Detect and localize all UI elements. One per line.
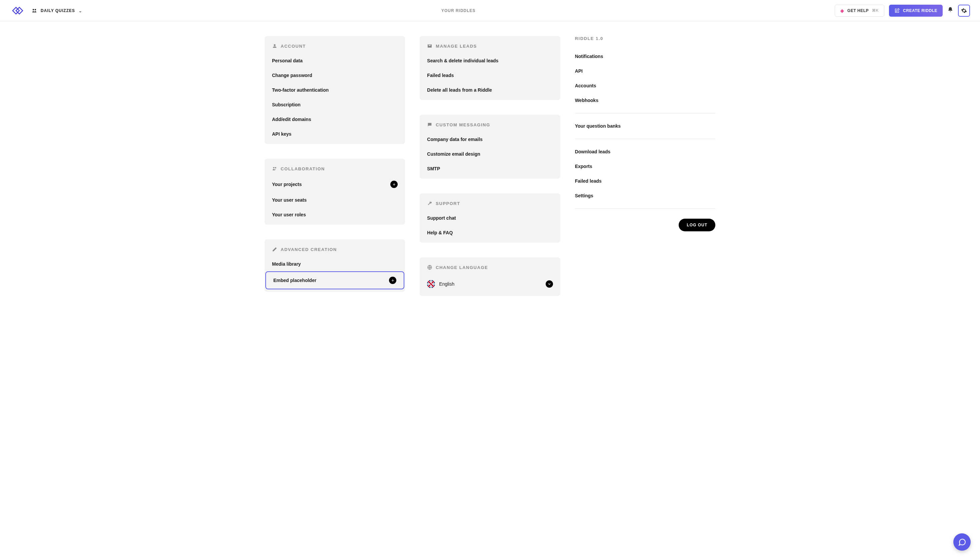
language-selector[interactable]: English [420, 275, 560, 293]
gear-icon [961, 8, 967, 14]
svg-point-0 [33, 9, 34, 10]
card-title: ADVANCED CREATION [281, 247, 337, 252]
card-title: SUPPORT [436, 201, 460, 206]
user-roles-item[interactable]: Your user roles [265, 207, 405, 222]
user-icon [272, 43, 277, 49]
wrench-icon [427, 201, 432, 206]
globe-icon [427, 265, 432, 270]
diamond-icon: ◈ [840, 8, 844, 13]
add-project-icon[interactable]: + [390, 181, 398, 188]
api-item[interactable]: API [575, 64, 715, 78]
accounts-item[interactable]: Accounts [575, 78, 715, 93]
collaboration-card: COLLABORATION Your projects + Your user … [265, 159, 405, 225]
download-leads-item[interactable]: Download leads [575, 144, 715, 159]
failed-leads-sidebar-item[interactable]: Failed leads [575, 174, 715, 188]
media-library-item[interactable]: Media library [265, 257, 405, 271]
chevron-down-icon [546, 280, 553, 288]
pencil-icon [272, 247, 277, 252]
people-icon [272, 166, 277, 171]
personal-data-item[interactable]: Personal data [265, 53, 405, 68]
edit-icon [894, 8, 900, 13]
svg-point-2 [274, 44, 275, 46]
create-riddle-button[interactable]: CREATE RIDDLE [889, 5, 943, 17]
logo[interactable] [10, 3, 25, 18]
account-card: ACCOUNT Personal data Change password Tw… [265, 36, 405, 144]
smtp-item[interactable]: SMTP [420, 161, 560, 176]
page-title: YOUR RIDDLES [89, 8, 828, 13]
settings-item[interactable]: Settings [575, 188, 715, 203]
divider [575, 113, 715, 113]
custom-messaging-card: CUSTOM MESSAGING Company data for emails… [420, 115, 560, 179]
svg-point-4 [275, 167, 276, 168]
chevron-down-icon: ⌄ [78, 8, 82, 13]
user-seats-item[interactable]: Your user seats [265, 193, 405, 207]
subscription-item[interactable]: Subscription [265, 97, 405, 112]
card-title: MANAGE LEADS [436, 44, 477, 49]
failed-leads-item[interactable]: Failed leads [420, 68, 560, 83]
help-label: GET HELP [847, 8, 869, 13]
card-title: COLLABORATION [281, 166, 325, 171]
message-icon [427, 122, 432, 127]
notifications-icon[interactable] [947, 7, 953, 14]
uk-flag-icon [427, 280, 435, 288]
people-icon [31, 8, 37, 14]
section-title: RIDDLE 1.0 [575, 36, 715, 49]
question-banks-item[interactable]: Your question banks [575, 119, 715, 133]
change-language-card: CHANGE LANGUAGE English [420, 257, 560, 296]
get-help-button[interactable]: ◈ GET HELP ⌘K [835, 5, 884, 17]
advanced-creation-card: ADVANCED CREATION Media library Embed pl… [265, 239, 405, 292]
help-faq-item[interactable]: Help & FAQ [420, 225, 560, 240]
support-chat-item[interactable]: Support chat [420, 211, 560, 225]
divider [575, 208, 715, 209]
company-data-item[interactable]: Company data for emails [420, 132, 560, 147]
create-label: CREATE RIDDLE [903, 8, 937, 13]
language-label: English [439, 281, 454, 287]
change-password-item[interactable]: Change password [265, 68, 405, 83]
svg-point-1 [35, 9, 36, 10]
workspace-selector[interactable]: DAILY QUIZZES ⌄ [31, 8, 82, 14]
riddle-1-section: RIDDLE 1.0 Notifications API Accounts We… [575, 36, 715, 231]
workspace-label: DAILY QUIZZES [41, 8, 75, 13]
manage-leads-card: MANAGE LEADS Search & delete individual … [420, 36, 560, 100]
delete-all-leads-item[interactable]: Delete all leads from a Riddle [420, 83, 560, 97]
two-factor-item[interactable]: Two-factor authentication [265, 83, 405, 97]
logout-button[interactable]: LOG OUT [679, 219, 715, 231]
card-title: CUSTOM MESSAGING [436, 122, 490, 127]
projects-item[interactable]: Your projects + [265, 176, 405, 193]
search-delete-leads-item[interactable]: Search & delete individual leads [420, 53, 560, 68]
webhooks-item[interactable]: Webhooks [575, 93, 715, 108]
card-title: ACCOUNT [281, 44, 306, 49]
help-shortcut: ⌘K [872, 8, 879, 13]
card-title: CHANGE LANGUAGE [436, 265, 488, 270]
api-keys-item[interactable]: API keys [265, 127, 405, 141]
email-design-item[interactable]: Customize email design [420, 147, 560, 161]
svg-point-3 [273, 167, 274, 168]
mail-icon [427, 43, 432, 49]
support-card: SUPPORT Support chat Help & FAQ [420, 193, 560, 243]
domains-item[interactable]: Add/edit domains [265, 112, 405, 127]
add-embed-icon[interactable]: + [389, 277, 396, 284]
settings-button[interactable] [958, 5, 970, 17]
exports-item[interactable]: Exports [575, 159, 715, 174]
notifications-item[interactable]: Notifications [575, 49, 715, 64]
embed-placeholder-item[interactable]: Embed placeholder + [265, 271, 404, 289]
